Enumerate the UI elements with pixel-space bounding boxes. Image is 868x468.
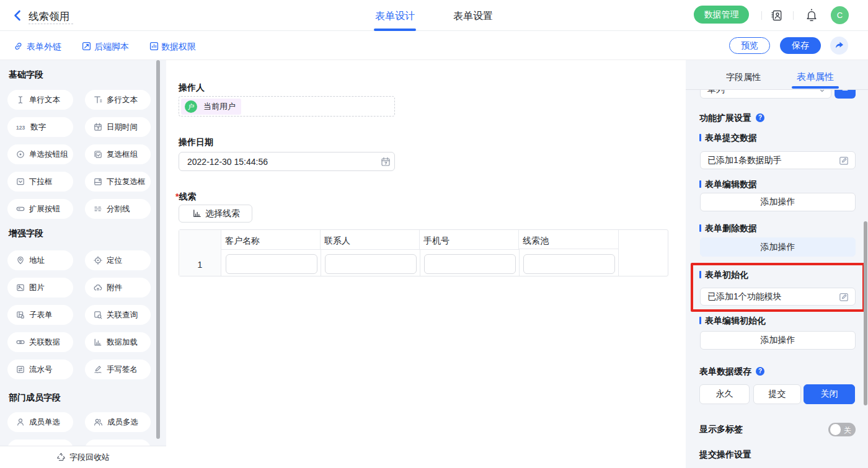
svg-text:123: 123 [16, 125, 25, 131]
